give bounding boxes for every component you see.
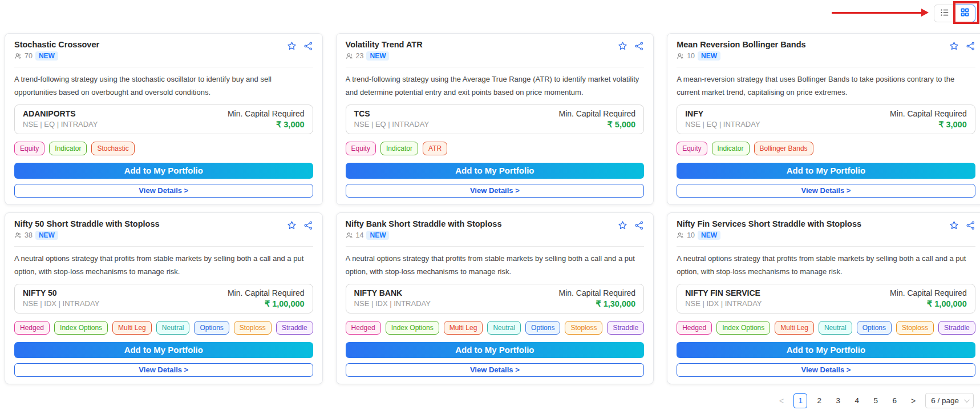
view-details-button[interactable]: View Details > — [346, 184, 645, 198]
add-to-portfolio-button[interactable]: Add to My Portfolio — [677, 342, 975, 358]
pagination-page-4[interactable]: 4 — [850, 393, 864, 408]
subscribers-icon — [346, 232, 353, 239]
strategy-title: Nifty 50 Short Straddle with Stoploss — [14, 219, 160, 229]
strategy-tag: Straddle — [938, 321, 975, 335]
view-details-button[interactable]: View Details > — [677, 184, 975, 198]
strategy-tag: Straddle — [276, 321, 313, 335]
share-icon[interactable] — [634, 220, 644, 230]
instrument-symbol: INFY — [685, 109, 760, 118]
subscribers-icon — [677, 53, 684, 60]
favorite-star-icon[interactable] — [949, 220, 959, 230]
list-view-button[interactable] — [934, 5, 955, 22]
tag-list: EquityIndicatorBollinger Bands — [677, 142, 975, 155]
pagination-page-3[interactable]: 3 — [831, 393, 845, 408]
strategy-tag: Options — [194, 321, 229, 335]
instrument-meta: NSE | EQ | INTRADAY — [354, 120, 429, 128]
instrument-meta: NSE | EQ | INTRADAY — [685, 120, 760, 128]
pagination-page-5[interactable]: 5 — [869, 393, 882, 408]
subscribers-icon — [14, 53, 22, 60]
tag-list: EquityIndicatorStochastic — [14, 142, 313, 155]
grid-icon — [961, 8, 969, 19]
capital-value: ₹ 1,00,000 — [890, 299, 967, 308]
strategy-meta: 23 NEW — [346, 51, 423, 61]
strategy-tag: Stoploss — [234, 321, 272, 335]
strategy-title: Nifty Fin Services Short Straddle with S… — [677, 219, 861, 229]
share-icon[interactable] — [966, 41, 975, 51]
card-divider — [346, 246, 645, 247]
subscribers-icon — [346, 53, 353, 60]
share-icon[interactable] — [634, 41, 644, 51]
strategy-meta: 10 NEW — [677, 51, 805, 61]
strategy-tag: Hedged — [346, 321, 381, 335]
strategy-tag: Straddle — [607, 321, 644, 335]
capital-value: ₹ 3,000 — [890, 120, 967, 129]
favorite-star-icon[interactable] — [287, 220, 297, 230]
pagination-page-1[interactable]: 1 — [793, 393, 807, 408]
subscriber-count: 10 — [687, 231, 695, 239]
capital-value: ₹ 3,000 — [228, 120, 305, 129]
instrument-box: NIFTY BANK NSE | IDX | INTRADAY Min. Cap… — [346, 284, 645, 313]
strategy-tag: Hedged — [14, 321, 50, 335]
card-header: Nifty Fin Services Short Straddle with S… — [677, 219, 975, 240]
strategy-tag: Indicator — [380, 142, 418, 155]
strategy-description: A mean-reversion strategy that uses Boll… — [677, 73, 975, 97]
add-to-portfolio-button[interactable]: Add to My Portfolio — [346, 163, 645, 179]
strategy-tag: ATR — [423, 142, 447, 155]
view-details-button[interactable]: View Details > — [14, 363, 313, 377]
strategy-tag: Hedged — [677, 321, 712, 335]
pagination-next[interactable]: > — [906, 393, 920, 408]
strategy-description: A trend-following strategy using the sto… — [14, 73, 313, 97]
favorite-star-icon[interactable] — [618, 220, 627, 230]
strategy-tag: Index Options — [716, 321, 770, 335]
view-toggle — [934, 5, 975, 22]
favorite-star-icon[interactable] — [618, 41, 627, 51]
pagination-page-2[interactable]: 2 — [812, 393, 826, 408]
capital-value: ₹ 1,00,000 — [228, 299, 305, 308]
tag-list: EquityIndicatorATR — [346, 142, 645, 155]
add-to-portfolio-button[interactable]: Add to My Portfolio — [14, 342, 313, 358]
view-details-button[interactable]: View Details > — [346, 363, 645, 377]
share-icon[interactable] — [303, 220, 313, 230]
favorite-star-icon[interactable] — [287, 41, 297, 51]
strategy-tag: Stoploss — [896, 321, 934, 335]
instrument-meta: NSE | IDX | INTRADAY — [685, 299, 762, 308]
view-details-button[interactable]: View Details > — [677, 363, 975, 377]
share-icon[interactable] — [966, 220, 975, 230]
strategy-tag: Neutral — [156, 321, 190, 335]
strategy-tag: Multi Leg — [444, 321, 483, 335]
add-to-portfolio-button[interactable]: Add to My Portfolio — [677, 163, 975, 179]
instrument-symbol: NIFTY BANK — [354, 288, 431, 298]
capital-value: ₹ 1,30,000 — [559, 299, 636, 308]
instrument-box: ADANIPORTS NSE | EQ | INTRADAY Min. Capi… — [14, 104, 313, 134]
strategy-title: Volatility Trend ATR — [346, 39, 423, 50]
strategy-tag: Equity — [677, 142, 707, 155]
page-size-select[interactable]: 6 / page — [925, 393, 974, 408]
strategy-tag: Multi Leg — [775, 321, 814, 335]
pagination-prev[interactable]: < — [775, 393, 788, 408]
card-divider — [677, 67, 975, 67]
strategy-tag: Neutral — [487, 321, 521, 335]
card-header: Stochastic Crossover 70 NEW — [14, 39, 313, 61]
instrument-box: NIFTY FIN SERVICE NSE | IDX | INTRADAY M… — [677, 284, 975, 313]
strategy-card: Mean Reversion Bollinger Bands 10 NEW — [667, 33, 980, 205]
grid-view-button[interactable] — [954, 5, 975, 22]
annotation-arrow — [832, 12, 922, 14]
strategy-card-grid: Stochastic Crossover 70 NEW — [5, 33, 973, 384]
strategy-description: A neutral options strategy that profits … — [14, 252, 313, 276]
strategy-meta: 10 NEW — [677, 231, 861, 240]
capital-label: Min. Capital Required — [559, 288, 636, 298]
favorite-star-icon[interactable] — [949, 41, 959, 51]
view-details-button[interactable]: View Details > — [14, 184, 313, 198]
pagination: < 123456 > 6 / page — [775, 393, 974, 408]
new-badge: NEW — [698, 231, 720, 240]
instrument-meta: NSE | EQ | INTRADAY — [23, 120, 98, 128]
strategy-card: Nifty Fin Services Short Straddle with S… — [667, 212, 980, 384]
strategy-tag: Index Options — [54, 321, 108, 335]
add-to-portfolio-button[interactable]: Add to My Portfolio — [346, 342, 645, 358]
add-to-portfolio-button[interactable]: Add to My Portfolio — [14, 163, 313, 179]
share-icon[interactable] — [303, 41, 313, 51]
capital-label: Min. Capital Required — [890, 109, 967, 118]
pagination-page-6[interactable]: 6 — [888, 393, 901, 408]
instrument-meta: NSE | IDX | INTRADAY — [23, 299, 99, 308]
strategy-description: A trend-following strategy using the Ave… — [346, 73, 645, 97]
